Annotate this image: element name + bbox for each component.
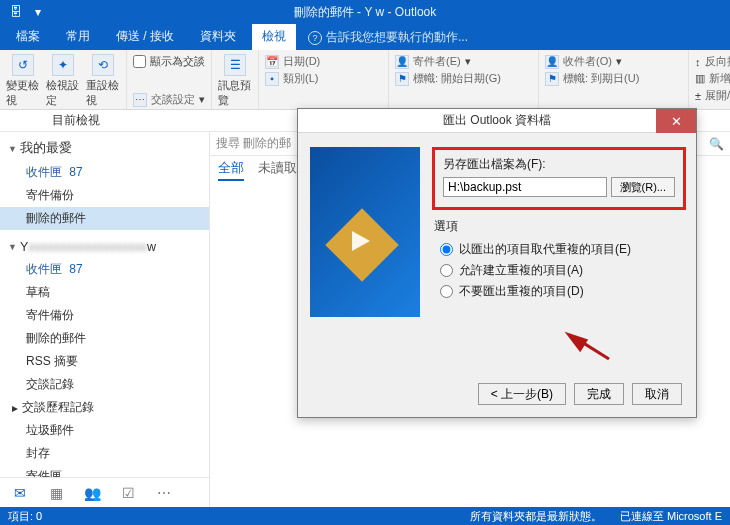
message-preview-button[interactable]: ☰訊息預覽	[218, 54, 252, 108]
people-icon[interactable]: 👥	[82, 483, 102, 503]
person-icon: 👤	[395, 55, 409, 69]
nav-sent-items2[interactable]: 寄件備份	[0, 304, 209, 327]
nav-deleted-items[interactable]: 刪除的郵件	[0, 207, 209, 230]
favorites-header[interactable]: ▼我的最愛	[0, 136, 209, 161]
status-item-count: 項目: 0	[8, 509, 42, 524]
dialog-illustration	[310, 147, 420, 317]
show-as-conversations-check[interactable]: 顯示為交談	[133, 54, 205, 69]
tab-sendreceive[interactable]: 傳送 / 接收	[106, 24, 184, 50]
window-title: 刪除的郵件 - Y w - Outlook	[294, 4, 436, 21]
nav-deleted-items2[interactable]: 刪除的郵件	[0, 327, 209, 350]
window-titlebar: 🗄 ▾ 刪除的郵件 - Y w - Outlook	[0, 0, 730, 24]
add-columns-button[interactable]: ▥新增欄	[695, 71, 730, 86]
ribbon: ↺變更檢視 ✦檢視設定 ⟲重設檢視 顯示為交談 ⋯交談設定▾ ☰訊息預覽 📅日期…	[0, 50, 730, 110]
nav-sent-items[interactable]: 寄件備份	[0, 184, 209, 207]
opt-allow-duplicates[interactable]: 允許建立重複的項目(A)	[440, 260, 686, 281]
ribbon-group-arrangement3: 👤收件者(O)▾ ⚑標幟: 到期日(U)	[539, 50, 689, 109]
view-settings-button[interactable]: ✦檢視設定	[46, 54, 80, 108]
export-path-input[interactable]	[443, 177, 607, 197]
change-view-button[interactable]: ↺變更檢視	[6, 54, 40, 108]
current-view-caption: 目前檢視	[52, 113, 100, 128]
tab-view[interactable]: 檢視	[252, 24, 296, 50]
opt-replace-duplicates[interactable]: 以匯出的項目取代重複的項目(E)	[440, 239, 686, 260]
status-connection: 已連線至 Microsoft E	[620, 509, 722, 524]
options-label: 選項	[434, 218, 686, 235]
nav-inbox[interactable]: 收件匣 87	[0, 161, 209, 184]
reverse-sort-button[interactable]: ↕反向排序	[695, 54, 730, 69]
flag-icon: ⚑	[545, 72, 559, 86]
ribbon-group-sort: ↕反向排序 ▥新增欄 ±展開/折疊▾	[689, 50, 730, 109]
nav-junk[interactable]: 垃圾郵件	[0, 419, 209, 442]
nav-archive[interactable]: 封存	[0, 442, 209, 465]
export-dialog: 匯出 Outlook 資料檔 ✕ 另存匯出檔案為(F): 瀏覽(R)... 選項…	[297, 108, 697, 418]
qat-dropdown-icon[interactable]: ▾	[30, 4, 46, 20]
tasks-icon[interactable]: ☑	[118, 483, 138, 503]
ribbon-group-preview: ☰訊息預覽	[212, 50, 259, 109]
tell-me-label: 告訴我您想要執行的動作...	[326, 29, 468, 46]
expand-collapse-button[interactable]: ±展開/折疊▾	[695, 88, 730, 103]
dialog-titlebar: 匯出 Outlook 資料檔 ✕	[298, 109, 696, 133]
highlight-box: 另存匯出檔案為(F): 瀏覽(R)...	[432, 147, 686, 210]
folder-nav-pane: ▼我的最愛 收件匣 87 寄件備份 刪除的郵件 ▼ Yxxxxxxxxxxxxx…	[0, 132, 210, 507]
save-as-label: 另存匯出檔案為(F):	[443, 156, 675, 173]
arrange-category[interactable]: ▪類別(L)	[265, 71, 382, 86]
arrange-flag-start[interactable]: ⚑標幟: 開始日期(G)	[395, 71, 532, 86]
dialog-close-button[interactable]: ✕	[656, 109, 696, 133]
account-header[interactable]: ▼ Yxxxxxxxxxxxxxxxxxxxw	[0, 236, 209, 258]
save-icon[interactable]: 🗄	[8, 4, 24, 20]
nav-inbox2[interactable]: 收件匣 87	[0, 258, 209, 281]
conversation-settings-button[interactable]: ⋯交談設定▾	[133, 92, 205, 107]
back-button[interactable]: < 上一步(B)	[478, 383, 566, 405]
search-placeholder: 搜尋 刪除的郵	[216, 135, 291, 152]
chevron-down-icon: ▼	[8, 144, 18, 154]
ribbon-group-messages: 顯示為交談 ⋯交談設定▾	[127, 50, 212, 109]
filter-all[interactable]: 全部	[218, 160, 244, 181]
chevron-down-icon: ▼	[8, 242, 18, 252]
finish-button[interactable]: 完成	[574, 383, 624, 405]
cancel-button[interactable]: 取消	[632, 383, 682, 405]
tab-file[interactable]: 檔案	[6, 24, 50, 50]
status-sync: 所有資料夾都是最新狀態。	[470, 509, 602, 524]
tag-icon: ▪	[265, 72, 279, 86]
ribbon-tabstrip: 檔案 常用 傳送 / 接收 資料夾 檢視 ? 告訴我您想要執行的動作...	[0, 24, 730, 50]
ribbon-group-currentview: ↺變更檢視 ✦檢視設定 ⟲重設檢視	[0, 50, 127, 109]
arrange-date[interactable]: 📅日期(D)	[265, 54, 382, 69]
calendar-icon: 📅	[265, 55, 279, 69]
nav-conversation-history[interactable]: 交談記錄	[0, 373, 209, 396]
nav-rss[interactable]: RSS 摘要	[0, 350, 209, 373]
chevron-right-icon: ▸	[12, 401, 18, 415]
nav-conversation-history2[interactable]: ▸交談歷程記錄	[0, 396, 209, 419]
ribbon-group-arrangement: 📅日期(D) ▪類別(L)	[259, 50, 389, 109]
nav-drafts[interactable]: 草稿	[0, 281, 209, 304]
more-icon[interactable]: ⋯	[154, 483, 174, 503]
dialog-title: 匯出 Outlook 資料檔	[443, 112, 551, 129]
browse-button[interactable]: 瀏覽(R)...	[611, 177, 675, 197]
duplicate-options: 以匯出的項目取代重複的項目(E) 允許建立重複的項目(A) 不要匯出重複的項目(…	[440, 239, 686, 302]
search-icon[interactable]: 🔍	[709, 137, 724, 151]
mail-icon[interactable]: ✉	[10, 483, 30, 503]
arrange-flag-due[interactable]: ⚑標幟: 到期日(U)	[545, 71, 682, 86]
nav-switcher: ✉ ▦ 👥 ☑ ⋯	[0, 477, 209, 507]
arrange-sender[interactable]: 👤寄件者(E)▾	[395, 54, 532, 69]
nav-outbox[interactable]: 寄件匣	[0, 465, 209, 477]
quick-access-toolbar: 🗄 ▾	[8, 4, 46, 20]
person-icon: 👤	[545, 55, 559, 69]
calendar-icon[interactable]: ▦	[46, 483, 66, 503]
opt-no-duplicates[interactable]: 不要匯出重複的項目(D)	[440, 281, 686, 302]
filter-unread[interactable]: 未讀取	[258, 160, 297, 181]
tab-home[interactable]: 常用	[56, 24, 100, 50]
reset-view-button[interactable]: ⟲重設檢視	[86, 54, 120, 108]
flag-icon: ⚑	[395, 72, 409, 86]
status-bar: 項目: 0 所有資料夾都是最新狀態。 已連線至 Microsoft E	[0, 507, 730, 525]
tab-folder[interactable]: 資料夾	[190, 24, 246, 50]
ribbon-group-arrangement2: 👤寄件者(E)▾ ⚑標幟: 開始日期(G)	[389, 50, 539, 109]
lightbulb-icon: ?	[308, 31, 322, 45]
tell-me-box[interactable]: ? 告訴我您想要執行的動作...	[302, 29, 474, 50]
arrange-recipient[interactable]: 👤收件者(O)▾	[545, 54, 682, 69]
